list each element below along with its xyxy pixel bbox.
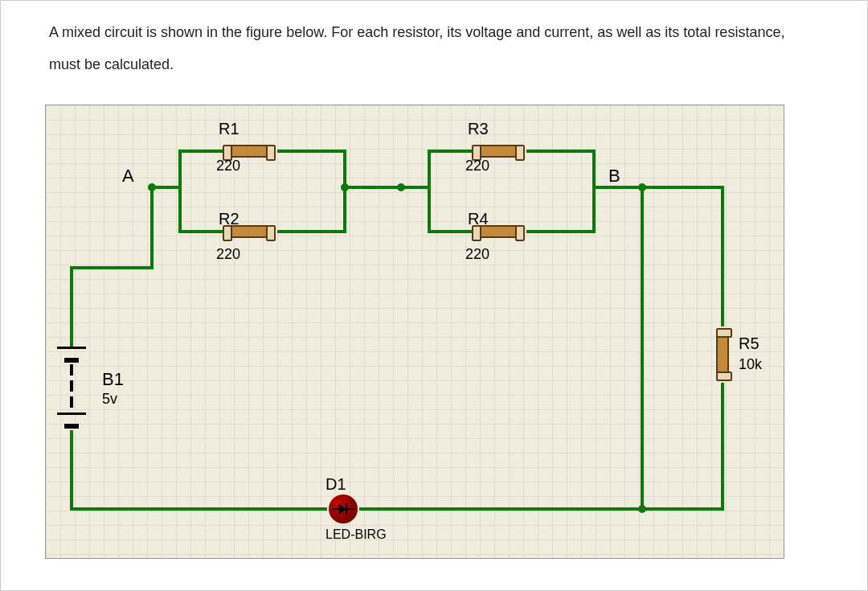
- resistor-r3: [478, 145, 518, 158]
- wire: [721, 383, 724, 511]
- wire: [178, 150, 223, 153]
- wire: [150, 186, 154, 266]
- r3-value: 220: [465, 158, 489, 174]
- r4-name: R4: [468, 210, 489, 228]
- wire: [641, 186, 721, 189]
- wire: [592, 150, 596, 233]
- wire: [70, 507, 327, 511]
- r3-name: R3: [468, 120, 489, 138]
- wire: [70, 430, 73, 507]
- r5-name: R5: [739, 334, 760, 353]
- d1-name: D1: [326, 475, 346, 494]
- wire: [70, 266, 154, 269]
- led-d1: [329, 495, 358, 523]
- problem-page: A mixed circuit is shown in the figure b…: [0, 0, 868, 591]
- r4-value: 220: [465, 246, 489, 263]
- wire: [359, 507, 644, 511]
- resistor-r1: [229, 145, 269, 158]
- d1-value: LED-BIRG: [326, 527, 387, 542]
- b1-name: B1: [102, 369, 124, 390]
- wire: [721, 186, 724, 326]
- wire: [399, 186, 428, 189]
- wire: [277, 150, 343, 153]
- r2-value: 220: [216, 246, 240, 263]
- r1-value: 220: [216, 158, 240, 174]
- r1-name: R1: [219, 120, 240, 138]
- resistor-r5: [716, 334, 729, 375]
- wire: [70, 266, 73, 347]
- wire: [526, 230, 592, 233]
- b1-value: 5v: [102, 391, 117, 408]
- r5-value: 10k: [739, 356, 762, 373]
- wire: [343, 150, 346, 233]
- wire: [428, 150, 431, 233]
- wire: [343, 186, 399, 189]
- node-b-label: B: [608, 166, 620, 187]
- wire: [277, 230, 343, 233]
- circuit-diagram: A R1 220 R2 220 R3 220: [45, 105, 784, 559]
- led-icon: [332, 501, 354, 517]
- wire: [428, 230, 472, 233]
- wire: [428, 150, 472, 153]
- svg-marker-4: [338, 503, 346, 515]
- wire: [526, 150, 592, 153]
- wire: [150, 186, 178, 189]
- wire: [178, 150, 182, 233]
- r2-name: R2: [219, 210, 240, 228]
- question-text: A mixed circuit is shown in the figure b…: [49, 17, 819, 80]
- wire: [641, 507, 724, 511]
- wire: [178, 230, 223, 233]
- wire: [641, 186, 644, 507]
- node-a-label: A: [122, 166, 134, 187]
